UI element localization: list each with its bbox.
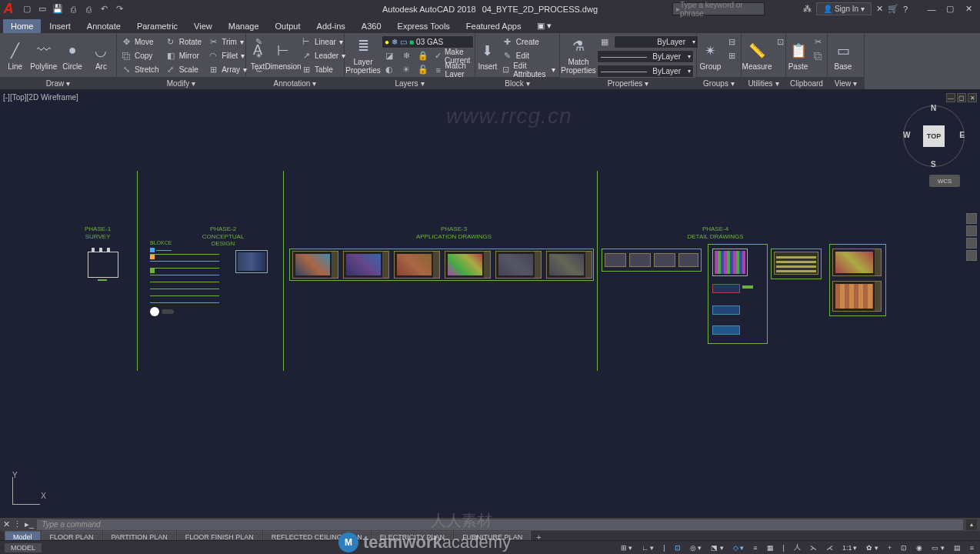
tab-express[interactable]: Express Tools bbox=[390, 19, 458, 33]
edit-block-button[interactable]: ✎Edit bbox=[500, 49, 558, 62]
move-button[interactable]: ✥Move bbox=[118, 35, 162, 48]
status-gear-icon[interactable]: ✿ ▾ bbox=[863, 542, 882, 553]
status-grid-icon[interactable]: ⊞ ▾ bbox=[618, 542, 636, 553]
arc-button[interactable]: ◡Arc bbox=[88, 35, 115, 76]
layer-properties-button[interactable]: ≣Layer Properties bbox=[346, 35, 380, 76]
lineweight-dropdown[interactable]: ByLayer bbox=[597, 50, 694, 63]
saveas-icon[interactable]: ⎙ bbox=[66, 2, 80, 16]
status-menu-icon[interactable]: ≡ bbox=[967, 542, 977, 553]
edit-attributes-button[interactable]: ⊡Edit Attributes ▾ bbox=[500, 63, 558, 76]
status-iso-icon[interactable]: ⬔ ▾ bbox=[708, 542, 727, 553]
tab-focus-icon[interactable]: ▣ ▾ bbox=[529, 18, 559, 33]
tab-manage[interactable]: Manage bbox=[221, 19, 267, 33]
status-plus-icon[interactable]: + bbox=[885, 542, 895, 553]
status-qp-icon[interactable]: ⋋ bbox=[807, 542, 820, 553]
panel-groups-label[interactable]: Groups ▾ bbox=[697, 77, 741, 89]
copy-button[interactable]: ⿻Copy bbox=[118, 49, 162, 62]
status-max-icon[interactable]: ⊡ bbox=[898, 542, 910, 553]
stretch-button[interactable]: ⤡Stretch bbox=[118, 63, 162, 76]
status-model[interactable]: MODEL bbox=[5, 543, 42, 552]
panel-layers-label[interactable]: Layers ▾ bbox=[345, 77, 475, 89]
panel-utilities-label[interactable]: Utilities ▾ bbox=[742, 77, 785, 89]
tab-a360[interactable]: A360 bbox=[354, 19, 389, 33]
tab-annotate[interactable]: Annotate bbox=[79, 19, 128, 33]
status-clean-icon[interactable]: ▤ bbox=[951, 542, 964, 553]
maximize-button[interactable]: ▢ bbox=[942, 2, 958, 16]
status-trans-icon[interactable]: ▦ bbox=[764, 542, 777, 553]
paste-button[interactable]: 📋Paste bbox=[788, 35, 808, 76]
table-button[interactable]: ⊞Table bbox=[298, 63, 348, 76]
viewport-label[interactable]: [-][Top][2D Wireframe] bbox=[3, 93, 78, 102]
status-scale[interactable]: 1:1 ▾ bbox=[839, 542, 861, 553]
nav-zoom-icon[interactable] bbox=[966, 238, 977, 249]
cmd-history-icon[interactable]: ▴ bbox=[966, 519, 977, 530]
layer-unlock-icon[interactable]: 🔓 bbox=[415, 63, 431, 76]
trim-button[interactable]: ✂Trim ▾ bbox=[205, 35, 249, 48]
undo-icon[interactable]: ↶ bbox=[97, 2, 111, 16]
app-logo[interactable]: A bbox=[0, 1, 17, 18]
tab-insert[interactable]: Insert bbox=[42, 19, 78, 33]
viewport[interactable]: [-][Top][2D Wireframe] — ▢ ✕ TOP N S E W… bbox=[0, 90, 980, 517]
open-icon[interactable]: ▭ bbox=[35, 2, 49, 16]
cut-icon[interactable]: ✂ bbox=[810, 35, 825, 48]
layer-lock-icon[interactable]: 🔒 bbox=[415, 49, 431, 62]
close-button[interactable]: ✕ bbox=[960, 2, 977, 16]
create-block-button[interactable]: ✚Create bbox=[500, 35, 558, 48]
command-input[interactable]: Type a command bbox=[37, 519, 963, 530]
layer-freeze-icon[interactable]: ❄ bbox=[398, 49, 414, 62]
viewcube[interactable]: TOP N S E W bbox=[903, 105, 965, 167]
array-button[interactable]: ⊞Array ▾ bbox=[205, 63, 249, 76]
cart-icon[interactable]: 🛒 bbox=[888, 4, 898, 14]
panel-annotation-label[interactable]: Annotation ▾ bbox=[246, 77, 344, 89]
line-button[interactable]: ╱Line bbox=[2, 35, 28, 76]
insert-button[interactable]: ⬇Insert bbox=[477, 35, 498, 76]
rotate-button[interactable]: ↻Rotate bbox=[163, 35, 204, 48]
status-iso2-icon[interactable]: ▭ ▾ bbox=[928, 542, 948, 553]
panel-draw-label[interactable]: Draw ▾ bbox=[0, 77, 116, 89]
ungroup-icon[interactable]: ⊟ bbox=[724, 35, 739, 48]
linear-button[interactable]: ⊢Linear ▾ bbox=[298, 35, 348, 48]
measure-button[interactable]: 📏Measure bbox=[743, 35, 771, 76]
status-hw-icon[interactable]: ◉ bbox=[913, 542, 925, 553]
linetype-dropdown[interactable]: ByLayer bbox=[597, 65, 694, 78]
circle-button[interactable]: ●Circle bbox=[59, 35, 86, 76]
redo-icon[interactable]: ↷ bbox=[112, 2, 126, 16]
cmd-handle-icon[interactable]: ⋮ bbox=[13, 519, 22, 529]
tab-featured[interactable]: Featured Apps bbox=[458, 19, 529, 33]
minimize-button[interactable]: — bbox=[923, 2, 940, 16]
status-sc-icon[interactable]: ⋌ bbox=[823, 542, 836, 553]
status-lwt-icon[interactable]: ≡ bbox=[750, 542, 760, 553]
leader-button[interactable]: ↗Leader ▾ bbox=[298, 49, 348, 62]
signin-button[interactable]: 👤 Sign In ▾ bbox=[816, 2, 872, 15]
status-polar-icon[interactable]: ◎ ▾ bbox=[687, 542, 705, 553]
layer-off-icon[interactable]: ◐ bbox=[382, 63, 397, 76]
base-button[interactable]: ▭Base bbox=[829, 35, 857, 76]
tab-parametric[interactable]: Parametric bbox=[129, 19, 185, 33]
nav-orbit-icon[interactable] bbox=[966, 250, 977, 261]
help-search[interactable]: ▸ Type a keyword or phrase bbox=[672, 2, 765, 15]
make-current-button[interactable]: ✓Make Current bbox=[432, 49, 476, 62]
match-layer-button[interactable]: ≡Match Layer bbox=[432, 63, 476, 76]
layer-iso-icon[interactable]: ◪ bbox=[382, 49, 397, 62]
panel-properties-label[interactable]: Properties ▾ bbox=[560, 78, 696, 89]
vp-close-icon[interactable]: ✕ bbox=[968, 93, 977, 102]
help-icon[interactable]: ? bbox=[903, 5, 908, 14]
dimension-button[interactable]: ⊢Dimension bbox=[269, 35, 297, 76]
status-dyn-icon[interactable]: 人 bbox=[791, 542, 804, 553]
polyline-button[interactable]: 〰Polyline bbox=[30, 35, 57, 76]
vp-min-icon[interactable]: — bbox=[946, 93, 955, 102]
nav-wheel-icon[interactable] bbox=[966, 213, 977, 224]
status-osnap-icon[interactable]: ◇ ▾ bbox=[730, 542, 748, 553]
panel-modify-label[interactable]: Modify ▾ bbox=[117, 77, 245, 89]
save-icon[interactable]: 💾 bbox=[51, 2, 65, 16]
util-icon[interactable]: ⊡ bbox=[772, 35, 788, 48]
status-ortho-icon[interactable]: ⊡ bbox=[672, 542, 684, 553]
panel-view-label[interactable]: View ▾ bbox=[828, 77, 864, 89]
match-properties-button[interactable]: ⚗Match Properties bbox=[562, 35, 595, 76]
layer-dropdown[interactable]: ●❄▭■03 GAS bbox=[382, 35, 474, 48]
scale-button[interactable]: ⤢Scale bbox=[163, 63, 204, 76]
panel-block-label[interactable]: Block ▾ bbox=[475, 77, 559, 89]
layer-thaw-icon[interactable]: ☀ bbox=[398, 63, 414, 76]
group-button[interactable]: ✴Group bbox=[698, 35, 722, 76]
status-snap-icon[interactable]: ∟ ▾ bbox=[638, 542, 657, 553]
